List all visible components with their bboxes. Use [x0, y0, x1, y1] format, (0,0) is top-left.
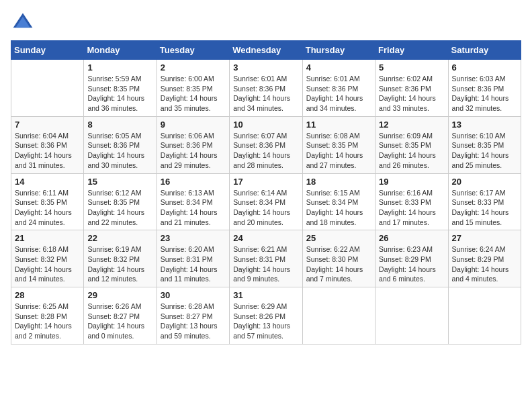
weekday-header: Wednesday [230, 41, 302, 60]
day-number: 9 [161, 120, 226, 130]
day-number: 8 [87, 120, 152, 130]
weekday-header: Friday [375, 41, 448, 60]
day-number: 29 [87, 290, 152, 300]
calendar-cell: 21Sunrise: 6:18 AM Sunset: 8:32 PM Dayli… [11, 230, 84, 287]
calendar-cell: 1Sunrise: 5:59 AM Sunset: 8:35 PM Daylig… [84, 60, 157, 117]
calendar-cell: 17Sunrise: 6:14 AM Sunset: 8:34 PM Dayli… [230, 173, 302, 230]
header [11, 11, 521, 35]
day-number: 23 [161, 233, 226, 243]
calendar-cell: 5Sunrise: 6:02 AM Sunset: 8:36 PM Daylig… [375, 60, 448, 117]
day-info: Sunrise: 6:15 AM Sunset: 8:34 PM Dayligh… [306, 188, 371, 228]
calendar-week-row: 14Sunrise: 6:11 AM Sunset: 8:35 PM Dayli… [11, 173, 521, 230]
day-number: 19 [379, 177, 444, 187]
day-number: 11 [306, 120, 371, 130]
day-number: 25 [306, 233, 371, 243]
day-number: 12 [379, 120, 444, 130]
calendar-week-row: 28Sunrise: 6:25 AM Sunset: 8:28 PM Dayli… [11, 287, 521, 345]
day-info: Sunrise: 6:07 AM Sunset: 8:36 PM Dayligh… [233, 131, 298, 171]
day-number: 5 [379, 62, 444, 73]
day-info: Sunrise: 6:21 AM Sunset: 8:31 PM Dayligh… [233, 244, 298, 284]
day-number: 4 [306, 62, 371, 73]
day-info: Sunrise: 6:18 AM Sunset: 8:32 PM Dayligh… [15, 244, 80, 284]
calendar-cell [11, 60, 84, 117]
weekday-header: Tuesday [157, 41, 229, 60]
weekday-header: Saturday [448, 41, 521, 60]
day-number: 6 [452, 62, 517, 73]
logo-icon [11, 11, 35, 35]
day-info: Sunrise: 6:12 AM Sunset: 8:35 PM Dayligh… [87, 188, 152, 228]
day-info: Sunrise: 6:06 AM Sunset: 8:36 PM Dayligh… [161, 131, 226, 171]
calendar-cell: 11Sunrise: 6:08 AM Sunset: 8:35 PM Dayli… [302, 116, 375, 173]
day-info: Sunrise: 5:59 AM Sunset: 8:35 PM Dayligh… [87, 74, 152, 113]
calendar-cell: 28Sunrise: 6:25 AM Sunset: 8:28 PM Dayli… [11, 287, 84, 345]
day-info: Sunrise: 6:10 AM Sunset: 8:35 PM Dayligh… [452, 131, 517, 171]
day-info: Sunrise: 6:23 AM Sunset: 8:29 PM Dayligh… [379, 244, 444, 284]
day-number: 20 [452, 177, 517, 187]
calendar-cell: 9Sunrise: 6:06 AM Sunset: 8:36 PM Daylig… [157, 116, 229, 173]
day-number: 1 [87, 62, 152, 73]
day-info: Sunrise: 6:11 AM Sunset: 8:35 PM Dayligh… [15, 188, 80, 228]
day-number: 10 [233, 120, 298, 130]
weekday-header: Thursday [302, 41, 375, 60]
day-number: 7 [15, 120, 80, 130]
day-info: Sunrise: 6:26 AM Sunset: 8:27 PM Dayligh… [87, 302, 152, 341]
calendar-cell: 29Sunrise: 6:26 AM Sunset: 8:27 PM Dayli… [84, 287, 157, 345]
calendar-cell: 31Sunrise: 6:29 AM Sunset: 8:26 PM Dayli… [230, 287, 302, 345]
calendar-cell: 6Sunrise: 6:03 AM Sunset: 8:36 PM Daylig… [448, 60, 521, 117]
calendar-cell: 18Sunrise: 6:15 AM Sunset: 8:34 PM Dayli… [302, 173, 375, 230]
calendar-cell: 7Sunrise: 6:04 AM Sunset: 8:36 PM Daylig… [11, 116, 84, 173]
weekday-header: Sunday [11, 41, 84, 60]
calendar-cell: 22Sunrise: 6:19 AM Sunset: 8:32 PM Dayli… [84, 230, 157, 287]
day-info: Sunrise: 6:05 AM Sunset: 8:36 PM Dayligh… [87, 131, 152, 171]
day-number: 24 [233, 233, 298, 243]
day-info: Sunrise: 6:04 AM Sunset: 8:36 PM Dayligh… [15, 131, 80, 171]
day-info: Sunrise: 6:14 AM Sunset: 8:34 PM Dayligh… [233, 188, 298, 228]
day-number: 13 [452, 120, 517, 130]
day-number: 15 [87, 177, 152, 187]
calendar-cell: 26Sunrise: 6:23 AM Sunset: 8:29 PM Dayli… [375, 230, 448, 287]
day-info: Sunrise: 6:24 AM Sunset: 8:29 PM Dayligh… [452, 244, 517, 284]
day-info: Sunrise: 6:19 AM Sunset: 8:32 PM Dayligh… [87, 244, 152, 284]
day-number: 14 [15, 177, 80, 187]
day-number: 17 [233, 177, 298, 187]
calendar-cell: 24Sunrise: 6:21 AM Sunset: 8:31 PM Dayli… [230, 230, 302, 287]
weekday-header: Monday [84, 41, 157, 60]
calendar-cell: 2Sunrise: 6:00 AM Sunset: 8:35 PM Daylig… [157, 60, 229, 117]
calendar-cell: 13Sunrise: 6:10 AM Sunset: 8:35 PM Dayli… [448, 116, 521, 173]
calendar-cell [448, 287, 521, 345]
day-number: 18 [306, 177, 371, 187]
calendar-week-row: 1Sunrise: 5:59 AM Sunset: 8:35 PM Daylig… [11, 60, 521, 117]
calendar-cell: 25Sunrise: 6:22 AM Sunset: 8:30 PM Dayli… [302, 230, 375, 287]
day-info: Sunrise: 6:20 AM Sunset: 8:31 PM Dayligh… [161, 244, 226, 284]
calendar-cell: 16Sunrise: 6:13 AM Sunset: 8:34 PM Dayli… [157, 173, 229, 230]
day-info: Sunrise: 6:17 AM Sunset: 8:33 PM Dayligh… [452, 188, 517, 228]
day-info: Sunrise: 6:13 AM Sunset: 8:34 PM Dayligh… [161, 188, 226, 228]
day-info: Sunrise: 6:08 AM Sunset: 8:35 PM Dayligh… [306, 131, 371, 171]
calendar-cell: 12Sunrise: 6:09 AM Sunset: 8:35 PM Dayli… [375, 116, 448, 173]
day-info: Sunrise: 6:01 AM Sunset: 8:36 PM Dayligh… [306, 74, 371, 113]
calendar-cell: 10Sunrise: 6:07 AM Sunset: 8:36 PM Dayli… [230, 116, 302, 173]
day-info: Sunrise: 6:29 AM Sunset: 8:26 PM Dayligh… [233, 302, 298, 341]
day-number: 30 [161, 290, 226, 300]
day-info: Sunrise: 6:03 AM Sunset: 8:36 PM Dayligh… [452, 74, 517, 113]
day-number: 28 [15, 290, 80, 300]
day-number: 3 [233, 62, 298, 73]
calendar-cell: 3Sunrise: 6:01 AM Sunset: 8:36 PM Daylig… [230, 60, 302, 117]
calendar-cell [375, 287, 448, 345]
day-info: Sunrise: 6:02 AM Sunset: 8:36 PM Dayligh… [379, 74, 444, 113]
day-info: Sunrise: 6:01 AM Sunset: 8:36 PM Dayligh… [233, 74, 298, 113]
day-number: 26 [379, 233, 444, 243]
calendar-cell: 8Sunrise: 6:05 AM Sunset: 8:36 PM Daylig… [84, 116, 157, 173]
calendar-header: SundayMondayTuesdayWednesdayThursdayFrid… [11, 41, 521, 60]
day-info: Sunrise: 6:22 AM Sunset: 8:30 PM Dayligh… [306, 244, 371, 284]
calendar-cell: 19Sunrise: 6:16 AM Sunset: 8:33 PM Dayli… [375, 173, 448, 230]
day-number: 27 [452, 233, 517, 243]
day-number: 22 [87, 233, 152, 243]
calendar-week-row: 21Sunrise: 6:18 AM Sunset: 8:32 PM Dayli… [11, 230, 521, 287]
calendar-cell: 14Sunrise: 6:11 AM Sunset: 8:35 PM Dayli… [11, 173, 84, 230]
calendar-cell: 23Sunrise: 6:20 AM Sunset: 8:31 PM Dayli… [157, 230, 229, 287]
calendar-cell: 27Sunrise: 6:24 AM Sunset: 8:29 PM Dayli… [448, 230, 521, 287]
day-info: Sunrise: 6:00 AM Sunset: 8:35 PM Dayligh… [161, 74, 226, 113]
day-info: Sunrise: 6:25 AM Sunset: 8:28 PM Dayligh… [15, 302, 80, 341]
calendar-cell: 15Sunrise: 6:12 AM Sunset: 8:35 PM Dayli… [84, 173, 157, 230]
